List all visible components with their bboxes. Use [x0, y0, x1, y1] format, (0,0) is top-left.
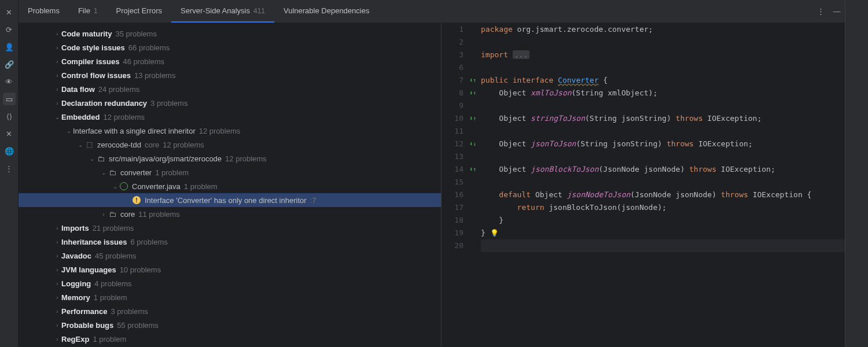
inspection-count: 12 problems [199, 127, 241, 135]
close-icon[interactable]: ✕ [3, 6, 16, 19]
category-name: Data flow [61, 85, 95, 94]
category-count: 45 problems [95, 252, 137, 260]
user-icon[interactable]: 👤 [3, 40, 16, 53]
category-name: Memory [61, 293, 90, 302]
problems-tree[interactable]: ›Code maturity35 problems ›Code style is… [19, 23, 441, 347]
module-name: zerocode-tdd [97, 141, 141, 149]
chevron-down-icon[interactable]: ⌄ [111, 183, 119, 190]
bulb-icon[interactable]: 💡 [490, 229, 499, 237]
tree-category[interactable]: ›Logging4 problems [19, 276, 441, 290]
code-editor[interactable]: 12367891011121314151617181920 ⬇↑ ⬇↑ ⬇↑ ⬇… [441, 23, 845, 347]
more-icon[interactable]: ⋮ [3, 162, 16, 175]
folder-icon [108, 209, 117, 219]
inherit-mark-icon[interactable]: ⬇↑ [469, 74, 480, 87]
tree-file[interactable]: ⌄Converter.java1 problem [19, 179, 441, 193]
warning-icon: ! [133, 196, 141, 204]
chevron-right-icon[interactable]: › [53, 294, 61, 301]
chevron-down-icon[interactable]: ⌄ [65, 128, 73, 134]
inherit-mark-icon[interactable]: ⬇↑ [469, 163, 480, 176]
chevron-right-icon[interactable]: › [53, 100, 61, 106]
tree-category[interactable]: ›Declaration redundancy3 problems [19, 96, 441, 110]
category-name: Control flow issues [61, 71, 131, 80]
category-count: 6 problems [130, 238, 167, 246]
folder-count: 11 problems [138, 210, 180, 219]
chevron-right-icon[interactable]: › [53, 45, 61, 51]
category-count: 3 problems [150, 99, 187, 108]
category-name: RegExp [61, 335, 89, 344]
category-name: Imports [61, 224, 89, 232]
eye-icon[interactable]: 👁 [3, 75, 16, 88]
chevron-right-icon[interactable]: › [53, 72, 61, 79]
tab-label: Project Errors [116, 6, 162, 15]
category-name: Logging [61, 279, 91, 288]
tree-category[interactable]: ›Code style issues66 problems [19, 40, 441, 54]
file-name: Converter.java [132, 182, 181, 191]
fold-indicator[interactable]: ... [513, 50, 529, 59]
chevron-right-icon[interactable]: › [53, 58, 61, 65]
x-icon[interactable]: ✕ [3, 127, 16, 140]
link-icon[interactable]: 🔗 [3, 58, 16, 71]
tree-package[interactable]: ⌄src/main/java/org/jsmart/zerocode12 pro… [19, 152, 441, 165]
tree-category[interactable]: ›Data flow24 problems [19, 82, 441, 96]
preview-icon[interactable]: ▭ [3, 93, 16, 105]
category-count: 46 problems [123, 57, 164, 66]
category-name: Performance [61, 307, 107, 316]
tree-category[interactable]: ›Inheritance issues6 problems [19, 235, 441, 249]
folder-name: converter [120, 168, 152, 177]
tab-file[interactable]: File1 [69, 0, 107, 23]
tree-category[interactable]: ›Control flow issues13 problems [19, 68, 441, 82]
tree-category[interactable]: ›Performance3 problems [19, 304, 441, 318]
tree-issue[interactable]: !Interface 'Converter' has only one dire… [19, 193, 441, 207]
chevron-right-icon[interactable]: › [53, 31, 61, 37]
chevron-right-icon[interactable]: › [53, 239, 61, 245]
chevron-right-icon[interactable]: › [53, 308, 61, 315]
inherit-mark-icon[interactable]: ⬇↓ [469, 138, 480, 150]
chevron-down-icon[interactable]: ⌄ [88, 156, 96, 162]
tree-module[interactable]: ⌄zerocode-tddcore12 problems [19, 138, 441, 152]
tree-folder-converter[interactable]: ⌄converter1 problem [19, 165, 441, 179]
globe-icon[interactable]: 🌐 [3, 145, 16, 157]
tree-category-embedded[interactable]: ⌄Embedded12 problems [19, 110, 441, 124]
tree-category[interactable]: ›Javadoc45 problems [19, 249, 441, 263]
tree-category[interactable]: ›Compiler issues46 problems [19, 54, 441, 68]
tab-label: File [78, 6, 90, 15]
chevron-right-icon[interactable]: › [53, 280, 61, 287]
chevron-right-icon[interactable]: › [53, 267, 61, 273]
tree-inspection[interactable]: ⌄Interface with a single direct inherito… [19, 124, 441, 138]
inherit-mark-icon[interactable]: ⬇↑ [469, 112, 480, 125]
tab-problems[interactable]: Problems [19, 0, 69, 23]
tree-category[interactable]: ›JVM languages10 problems [19, 263, 441, 276]
tree-folder-core[interactable]: ›core11 problems [19, 207, 441, 221]
chevron-right-icon[interactable]: › [53, 336, 61, 342]
tree-category[interactable]: ›Memory1 problem [19, 290, 441, 304]
inspection-name: Interface with a single direct inheritor [73, 127, 196, 135]
chevron-down-icon[interactable]: ⌄ [76, 142, 84, 148]
chevron-right-icon[interactable]: › [53, 322, 61, 328]
tab-server-side[interactable]: Server-Side Analysis411 [171, 0, 274, 23]
tab-label: Vulnerable Dependencies [284, 6, 369, 15]
tab-vuln-deps[interactable]: Vulnerable Dependencies [274, 0, 378, 23]
chevron-right-icon[interactable]: › [53, 253, 61, 259]
tree-category[interactable]: ›Probable bugs55 problems [19, 318, 441, 332]
module-count: 12 problems [163, 141, 204, 149]
bracket-icon[interactable]: ⟨⟩ [3, 110, 16, 123]
category-name: Code style issues [61, 43, 125, 52]
inherit-mark-icon[interactable]: ⬇↑ [469, 87, 480, 99]
category-count: 12 problems [103, 113, 145, 121]
code-content[interactable]: package org.jsmart.zerocode.converter; i… [480, 23, 845, 347]
tree-category[interactable]: ›RegExp1 problem [19, 332, 441, 346]
refresh-icon[interactable]: ⟳ [3, 23, 16, 36]
content-split: ›Code maturity35 problems ›Code style is… [19, 23, 845, 347]
category-name: Embedded [61, 113, 100, 121]
chevron-right-icon[interactable]: › [53, 225, 61, 231]
chevron-right-icon[interactable]: › [100, 211, 108, 217]
tree-category[interactable]: ›Code maturity35 problems [19, 27, 441, 40]
kebab-icon[interactable]: ⋮ [812, 0, 829, 23]
chevron-down-icon[interactable]: ⌄ [100, 169, 108, 176]
chevron-down-icon[interactable]: ⌄ [53, 114, 61, 120]
chevron-right-icon[interactable]: › [53, 86, 61, 93]
tab-project-errors[interactable]: Project Errors [107, 0, 171, 23]
main-area: Problems File1 Project Errors Server-Sid… [19, 0, 845, 347]
minimize-icon[interactable]: — [829, 0, 845, 23]
tree-category[interactable]: ›Imports21 problems [19, 221, 441, 235]
